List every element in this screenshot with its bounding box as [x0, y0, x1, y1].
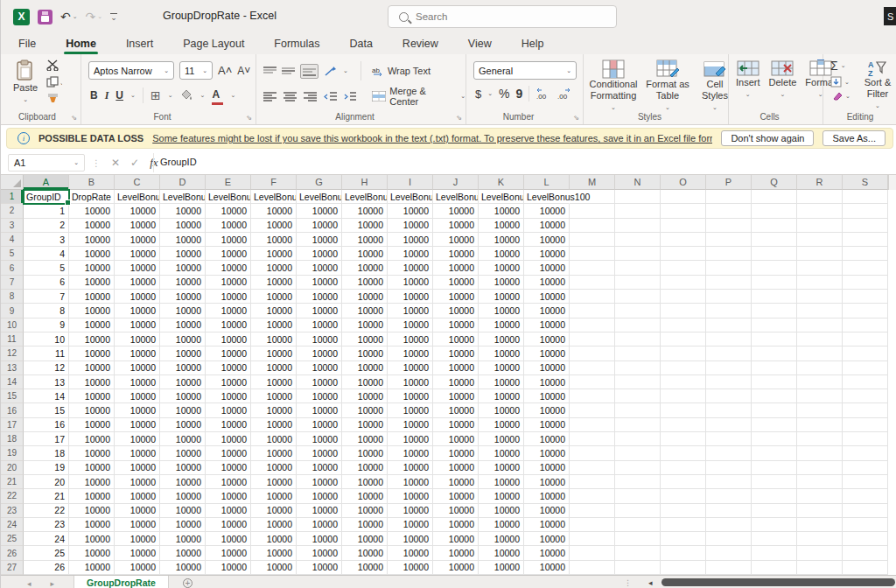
- cell-K20[interactable]: 10000: [479, 461, 524, 475]
- cell-Q23[interactable]: [752, 504, 797, 518]
- cell-P23[interactable]: [706, 504, 752, 518]
- cell-A22[interactable]: 21: [24, 489, 69, 503]
- cell-P7[interactable]: [706, 276, 752, 290]
- cell-B20[interactable]: 10000: [69, 461, 115, 475]
- cell-E8[interactable]: 10000: [206, 290, 251, 304]
- cell-G15[interactable]: 10000: [297, 389, 342, 403]
- paste-button[interactable]: Paste ⌄: [13, 60, 38, 105]
- cell-C25[interactable]: 10000: [115, 532, 160, 546]
- cell-C16[interactable]: 10000: [115, 403, 160, 417]
- copy-icon[interactable]: ⌄: [46, 76, 62, 88]
- cell-K25[interactable]: 10000: [479, 532, 524, 546]
- cell-B21[interactable]: 10000: [69, 475, 115, 489]
- customize-qat-icon[interactable]: ⌄: [110, 13, 117, 20]
- cell-O14[interactable]: [661, 375, 706, 389]
- cell-Q13[interactable]: [752, 361, 797, 375]
- cell-R18[interactable]: [797, 432, 843, 446]
- cell-E9[interactable]: 10000: [206, 304, 251, 318]
- cell-L18[interactable]: 10000: [524, 432, 570, 446]
- cell-J4[interactable]: 10000: [433, 233, 479, 247]
- row-header-14[interactable]: 14: [1, 375, 24, 389]
- row-header-13[interactable]: 13: [1, 361, 24, 375]
- column-header-A[interactable]: A: [24, 175, 69, 190]
- cell-B10[interactable]: 10000: [69, 318, 115, 332]
- cell-F1[interactable]: LevelBonu: [251, 190, 297, 204]
- cell-J8[interactable]: 10000: [433, 290, 479, 304]
- cell-H9[interactable]: 10000: [342, 304, 388, 318]
- cell-G3[interactable]: 10000: [297, 219, 342, 233]
- cell-D22[interactable]: 10000: [160, 489, 206, 503]
- cell-E25[interactable]: 10000: [206, 532, 251, 546]
- column-header-H[interactable]: H: [342, 175, 388, 190]
- cell-O19[interactable]: [661, 446, 706, 460]
- cell-J17[interactable]: 10000: [433, 418, 479, 432]
- cell-P1[interactable]: [706, 190, 752, 204]
- cell-R19[interactable]: [797, 446, 843, 460]
- cell-I18[interactable]: 10000: [388, 432, 433, 446]
- cell-H7[interactable]: 10000: [342, 276, 388, 290]
- cell-C4[interactable]: 10000: [115, 233, 160, 247]
- cell-F19[interactable]: 10000: [251, 446, 297, 460]
- cell-K13[interactable]: 10000: [479, 361, 524, 375]
- cell-M6[interactable]: [570, 261, 615, 275]
- cell-G11[interactable]: 10000: [297, 332, 342, 346]
- cell-D20[interactable]: 10000: [160, 461, 206, 475]
- cell-J7[interactable]: 10000: [433, 276, 479, 290]
- cell-C19[interactable]: 10000: [115, 446, 160, 460]
- font-color-icon[interactable]: A: [212, 86, 223, 105]
- cell-D14[interactable]: 10000: [160, 375, 206, 389]
- cell-H15[interactable]: 10000: [342, 389, 388, 403]
- cell-D17[interactable]: 10000: [160, 418, 206, 432]
- cell-O3[interactable]: [661, 219, 706, 233]
- cell-J18[interactable]: 10000: [433, 432, 479, 446]
- cell-E1[interactable]: LevelBonu: [206, 190, 251, 204]
- vertical-scrollbar[interactable]: [888, 175, 896, 190]
- cell-F17[interactable]: 10000: [251, 418, 297, 432]
- cell-H1[interactable]: LevelBonu: [342, 190, 388, 204]
- cell-B5[interactable]: 10000: [69, 247, 115, 261]
- cell-P10[interactable]: [706, 318, 752, 332]
- cell-S23[interactable]: [843, 504, 888, 518]
- cell-A5[interactable]: 4: [24, 247, 69, 261]
- row-header-22[interactable]: 22: [1, 489, 24, 503]
- cell-C12[interactable]: 10000: [115, 346, 160, 360]
- cell-N26[interactable]: [615, 546, 661, 560]
- cell-B24[interactable]: 10000: [69, 518, 115, 532]
- cell-Q25[interactable]: [752, 532, 797, 546]
- cell-N8[interactable]: [615, 290, 661, 304]
- left-align-icon[interactable]: [263, 92, 276, 102]
- cell-P26[interactable]: [706, 546, 752, 560]
- cell-P11[interactable]: [706, 332, 752, 346]
- tab-home[interactable]: Home: [64, 35, 98, 52]
- cell-E20[interactable]: 10000: [206, 461, 251, 475]
- cell-I22[interactable]: 10000: [388, 489, 433, 503]
- autosum-button[interactable]: Σ ⌄: [830, 59, 850, 73]
- cell-N9[interactable]: [615, 304, 661, 318]
- conditional-formatting-button[interactable]: Conditional Formatting ⌄: [589, 60, 638, 113]
- cell-P16[interactable]: [706, 403, 752, 417]
- cell-L16[interactable]: 10000: [524, 403, 570, 417]
- column-header-J[interactable]: J: [433, 175, 479, 190]
- cell-H2[interactable]: 10000: [342, 204, 388, 218]
- cell-J20[interactable]: 10000: [433, 461, 479, 475]
- cell-N24[interactable]: [615, 518, 661, 532]
- chevron-down-icon[interactable]: ⌄: [73, 13, 78, 20]
- cell-F11[interactable]: 10000: [251, 332, 297, 346]
- cell-P13[interactable]: [706, 361, 752, 375]
- cell-P25[interactable]: [706, 532, 752, 546]
- cell-H12[interactable]: 10000: [342, 346, 388, 360]
- cell-A24[interactable]: 23: [24, 518, 69, 532]
- cell-J6[interactable]: 10000: [433, 261, 479, 275]
- cell-S14[interactable]: [843, 375, 888, 389]
- cell-I11[interactable]: 10000: [388, 332, 433, 346]
- formula-input[interactable]: GroupID: [160, 157, 197, 167]
- cell-M24[interactable]: [570, 518, 615, 532]
- tab-data[interactable]: Data: [347, 35, 374, 52]
- cell-E7[interactable]: 10000: [206, 276, 251, 290]
- cell-C17[interactable]: 10000: [115, 418, 160, 432]
- row-header-10[interactable]: 10: [1, 318, 24, 332]
- cell-K24[interactable]: 10000: [479, 518, 524, 532]
- cell-Q14[interactable]: [752, 375, 797, 389]
- cell-F7[interactable]: 10000: [251, 276, 297, 290]
- cell-L20[interactable]: 10000: [524, 461, 570, 475]
